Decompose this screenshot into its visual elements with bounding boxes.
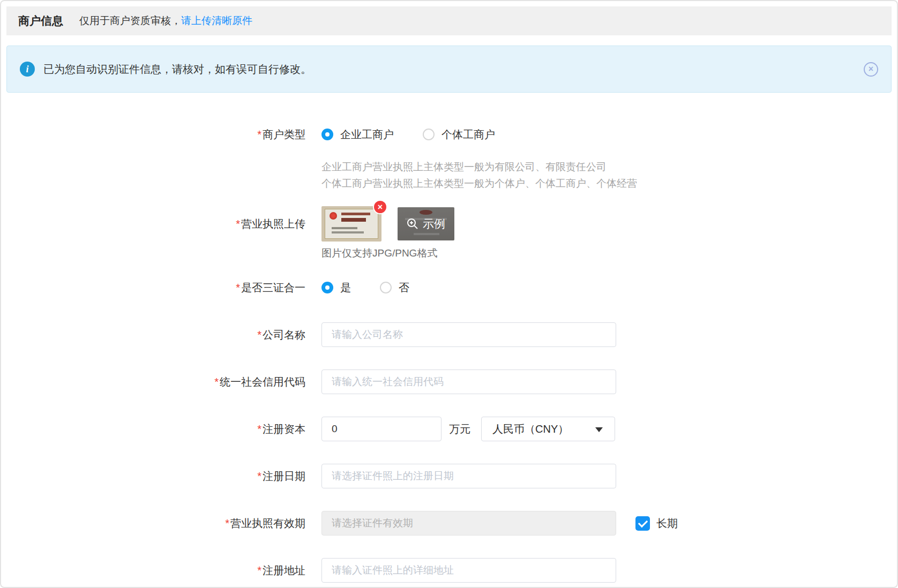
help-line-2: 个体工商户营业执照上主体类型一般为个体户、个体工商户、个体经营 — [321, 175, 637, 192]
checkbox-checked-icon[interactable] — [635, 516, 650, 531]
delete-upload-icon[interactable]: × — [373, 200, 387, 214]
auto-recognition-alert: i 已为您自动识别证件信息，请核对，如有误可自行修改。 × — [6, 46, 892, 93]
panel-header: 商户信息 仅用于商户资质审核， 请上传清晰原件 — [6, 6, 892, 35]
upload-format-note: 图片仅支持JPG/PNG格式 — [321, 246, 437, 260]
dropdown-arrow-icon — [595, 427, 603, 432]
page-title: 商户信息 — [18, 13, 63, 28]
license-validity-row: *营业执照有效期 长期 — [1, 511, 897, 536]
radio-enterprise-merchant[interactable]: 企业工商户 — [321, 127, 394, 142]
radio-three-in-one-no[interactable]: 否 — [380, 281, 409, 295]
credit-code-input[interactable] — [321, 370, 616, 394]
license-validity-label: *营业执照有效期 — [1, 516, 305, 531]
three-in-one-label: *是否三证合一 — [1, 281, 305, 295]
example-preview-button[interactable]: 示例 — [398, 207, 454, 240]
header-subtitle: 仅用于商户资质审核， — [79, 14, 181, 28]
info-icon: i — [20, 62, 35, 77]
required-asterisk: * — [257, 423, 261, 435]
uploaded-license-thumbnail[interactable]: × — [321, 206, 381, 242]
license-validity-input — [321, 511, 616, 536]
registered-capital-row: *注册资本 万元 人民币（CNY） — [1, 417, 897, 441]
currency-select[interactable]: 人民币（CNY） — [481, 417, 615, 441]
license-upload-label: *营业执照上传 — [1, 217, 305, 231]
license-upload-row: *营业执照上传 × — [1, 206, 897, 242]
merchant-info-panel: 商户信息 仅用于商户资质审核， 请上传清晰原件 i 已为您自动识别证件信息，请核… — [0, 0, 898, 588]
three-in-one-row: *是否三证合一 是 否 — [1, 275, 897, 300]
alert-message: 已为您自动识别证件信息，请核对，如有误可自行修改。 — [43, 62, 864, 77]
long-term-label[interactable]: 长期 — [656, 516, 678, 531]
register-address-row: *注册地址 — [1, 558, 897, 583]
radio-unselected-icon[interactable] — [423, 129, 435, 140]
company-name-input[interactable] — [321, 322, 616, 347]
help-line-1: 企业工商户营业执照上主体类型一般为有限公司、有限责任公司 — [321, 159, 637, 175]
company-name-row: *公司名称 — [1, 322, 897, 347]
register-address-input[interactable] — [321, 558, 616, 583]
required-asterisk: * — [214, 376, 219, 388]
required-asterisk: * — [257, 564, 261, 576]
upload-original-link[interactable]: 请上传清晰原件 — [181, 14, 252, 28]
credit-code-label: *统一社会信用代码 — [1, 375, 305, 389]
required-asterisk: * — [257, 129, 261, 140]
radio-selected-icon[interactable] — [321, 129, 333, 140]
close-icon[interactable]: × — [864, 62, 878, 77]
merchant-type-label: *商户类型 — [1, 127, 305, 142]
merchant-type-row: *商户类型 企业工商户 个体工商户 — [1, 122, 897, 147]
registered-capital-label: *注册资本 — [1, 422, 305, 436]
register-date-label: *注册日期 — [1, 469, 305, 484]
register-date-input[interactable] — [321, 464, 616, 488]
required-asterisk: * — [236, 282, 240, 293]
radio-individual-merchant[interactable]: 个体工商户 — [423, 127, 495, 142]
register-date-row: *注册日期 — [1, 464, 897, 488]
license-photo — [325, 209, 378, 239]
required-asterisk: * — [236, 218, 240, 230]
radio-unselected-icon[interactable] — [380, 282, 392, 293]
register-address-label: *注册地址 — [1, 563, 305, 578]
example-label: 示例 — [423, 216, 445, 231]
merchant-type-help: 企业工商户营业执照上主体类型一般为有限公司、有限责任公司 个体工商户营业执照上主… — [321, 159, 637, 192]
long-term-checkbox-group[interactable]: 长期 — [635, 516, 678, 531]
company-name-label: *公司名称 — [1, 328, 305, 342]
capital-unit-label: 万元 — [449, 422, 476, 436]
required-asterisk: * — [257, 329, 261, 341]
radio-three-in-one-yes[interactable]: 是 — [321, 281, 351, 295]
magnifier-zoom-icon — [407, 218, 418, 230]
credit-code-row: *统一社会信用代码 — [1, 370, 897, 394]
required-asterisk: * — [225, 517, 229, 529]
radio-selected-icon[interactable] — [321, 282, 333, 293]
currency-selected-value: 人民币（CNY） — [492, 422, 568, 436]
license-emblem — [330, 212, 337, 220]
required-asterisk: * — [257, 470, 261, 482]
registered-capital-input[interactable] — [321, 417, 441, 441]
